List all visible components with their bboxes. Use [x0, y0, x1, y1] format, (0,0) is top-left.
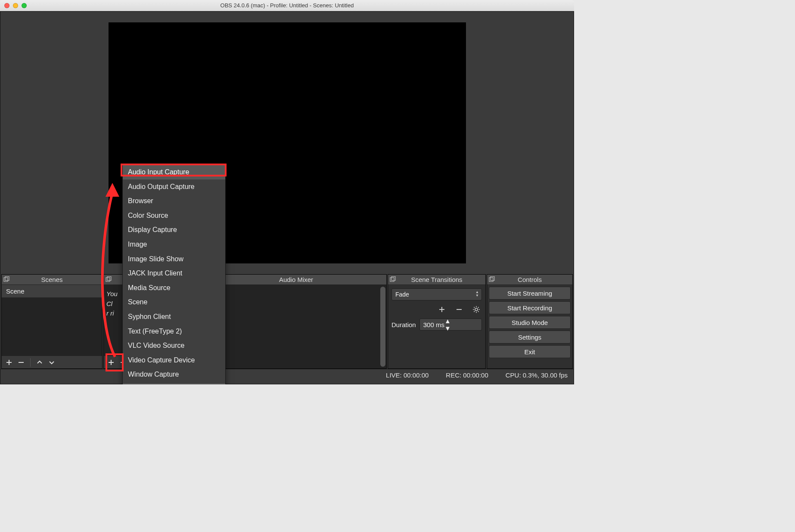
remove-scene-button[interactable]: [16, 357, 27, 368]
updown-icon: ▲▼: [475, 291, 479, 297]
menu-item-media-source[interactable]: Media Source: [123, 281, 225, 295]
add-source-context-menu: Audio Input Capture Audio Output Capture…: [122, 164, 226, 384]
svg-rect-1: [5, 277, 9, 281]
add-scene-button[interactable]: [3, 357, 15, 368]
duration-value: 300 ms: [423, 321, 444, 328]
mixer-body: [206, 285, 386, 368]
menu-item-color-source[interactable]: Color Source: [123, 208, 225, 223]
svg-rect-14: [391, 277, 395, 281]
popout-icon[interactable]: [390, 276, 397, 283]
scenes-toolbar: [2, 356, 102, 368]
svg-rect-13: [390, 278, 394, 281]
studio-mode-button[interactable]: Studio Mode: [489, 316, 571, 329]
start-recording-button[interactable]: Start Recording: [489, 301, 571, 314]
dock-controls-title: Controls: [518, 276, 542, 283]
scrollbar[interactable]: [380, 287, 385, 367]
scene-item[interactable]: Scene: [2, 285, 102, 297]
svg-rect-3: [107, 277, 111, 281]
scene-move-down-button[interactable]: [46, 357, 57, 368]
titlebar: OBS 24.0.6 (mac) - Profile: Untitled - S…: [0, 0, 574, 11]
svg-rect-2: [106, 278, 110, 281]
duration-spinbox[interactable]: 300 ms ▲▼: [419, 319, 482, 331]
updown-icon: ▲▼: [444, 317, 451, 332]
exit-button[interactable]: Exit: [489, 345, 571, 358]
settings-button[interactable]: Settings: [489, 331, 571, 343]
status-live: LIVE: 00:00:00: [386, 371, 429, 379]
scene-move-up-button[interactable]: [34, 357, 45, 368]
dock-controls: Controls Start Streaming Start Recording…: [487, 274, 573, 369]
menu-separator: [123, 384, 225, 384]
popout-icon[interactable]: [3, 276, 10, 283]
dock-scenes-title: Scenes: [41, 276, 62, 283]
remove-transition-button[interactable]: [453, 304, 465, 315]
status-rec: REC: 00:00:00: [446, 371, 488, 379]
menu-item-jack-input-client[interactable]: JACK Input Client: [123, 266, 225, 281]
svg-line-23: [478, 307, 479, 308]
transition-selected: Fade: [395, 291, 409, 298]
start-streaming-button[interactable]: Start Streaming: [489, 287, 571, 300]
menu-item-scene[interactable]: Scene: [123, 295, 225, 309]
menu-item-text-freetype-2[interactable]: Text (FreeType 2): [123, 324, 225, 339]
svg-rect-25: [491, 277, 494, 281]
menu-item-display-capture[interactable]: Display Capture: [123, 223, 225, 237]
menu-item-image-slide-show[interactable]: Image Slide Show: [123, 252, 225, 266]
status-cpu: CPU: 0.3%, 30.00 fps: [506, 371, 568, 379]
statusbar: LIVE: 00:00:00 REC: 00:00:00 CPU: 0.3%, …: [0, 369, 574, 381]
dock-scene-transitions: Scene Transitions Fade ▲▼: [388, 274, 486, 369]
dock-scenes: Scenes Scene: [1, 274, 102, 369]
svg-rect-24: [489, 278, 493, 281]
close-icon[interactable]: [4, 3, 9, 8]
dock-mixer-title: Audio Mixer: [279, 276, 313, 283]
popout-icon[interactable]: [489, 276, 496, 283]
menu-item-window-capture[interactable]: Window Capture: [123, 367, 225, 382]
svg-line-21: [478, 311, 479, 312]
minimize-icon[interactable]: [13, 3, 18, 8]
transition-properties-button[interactable]: [471, 304, 482, 315]
svg-point-15: [475, 308, 478, 311]
menu-item-browser[interactable]: Browser: [123, 194, 225, 208]
menu-item-image[interactable]: Image: [123, 237, 225, 252]
transition-select[interactable]: Fade ▲▼: [391, 288, 482, 300]
svg-rect-0: [4, 278, 8, 281]
popout-icon[interactable]: [106, 276, 112, 283]
preview-area: [0, 12, 574, 274]
zoom-icon[interactable]: [22, 3, 27, 8]
add-source-button[interactable]: [106, 357, 117, 368]
dock-audio-mixer: Audio Mixer: [205, 274, 387, 369]
svg-line-20: [474, 307, 475, 308]
menu-item-vlc-video-source[interactable]: VLC Video Source: [123, 338, 225, 353]
menu-item-audio-output-capture[interactable]: Audio Output Capture: [123, 179, 225, 194]
menu-item-syphon-client[interactable]: Syphon Client: [123, 309, 225, 324]
scenes-list[interactable]: Scene: [2, 285, 102, 356]
svg-line-22: [474, 311, 475, 312]
menu-item-video-capture-device[interactable]: Video Capture Device: [123, 353, 225, 368]
menu-item-audio-input-capture[interactable]: Audio Input Capture: [123, 165, 225, 179]
dock-transitions-title: Scene Transitions: [411, 276, 462, 283]
duration-label: Duration: [391, 321, 416, 328]
add-transition-button[interactable]: [436, 304, 447, 315]
window-title: OBS 24.0.6 (mac) - Profile: Untitled - S…: [0, 2, 574, 9]
